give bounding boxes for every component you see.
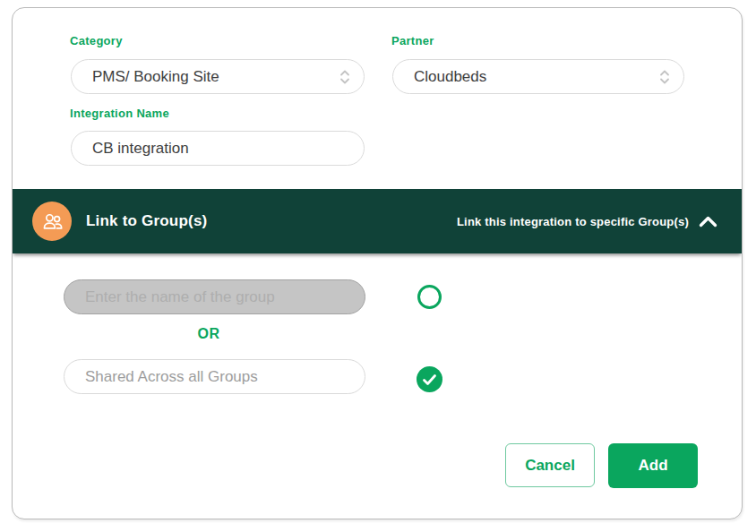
shared-across-groups-input[interactable]: [64, 359, 365, 394]
category-select[interactable]: PMS/ Booking Site: [71, 59, 365, 94]
integration-name-label: Integration Name: [70, 107, 169, 120]
integration-dialog: Category PMS/ Booking Site Partner Cloud…: [12, 7, 743, 519]
shared-groups-selected-check-icon[interactable]: [417, 366, 442, 392]
section-title: Link to Group(s): [86, 212, 207, 230]
group-avatar: [32, 202, 72, 241]
select-caret-icon: [658, 67, 671, 87]
cancel-button[interactable]: Cancel: [505, 443, 595, 487]
category-selected-value: PMS/ Booking Site: [92, 68, 331, 86]
partner-selected-value: Cloudbeds: [414, 68, 651, 86]
specific-group-radio-unselected-icon[interactable]: [417, 285, 442, 309]
link-to-groups-header[interactable]: Link to Group(s) Link this integration t…: [13, 189, 742, 253]
partner-select[interactable]: Cloudbeds: [392, 59, 684, 94]
or-separator: OR: [191, 326, 227, 342]
partner-label: Partner: [391, 34, 434, 47]
category-label: Category: [70, 34, 123, 47]
add-button[interactable]: Add: [608, 443, 698, 488]
section-subtitle: Link this integration to specific Group(…: [457, 215, 689, 228]
chevron-up-icon[interactable]: [698, 215, 718, 228]
select-caret-icon: [339, 67, 351, 87]
integration-name-input[interactable]: [71, 131, 365, 166]
group-icon: [40, 210, 64, 233]
group-name-input[interactable]: [64, 279, 365, 314]
